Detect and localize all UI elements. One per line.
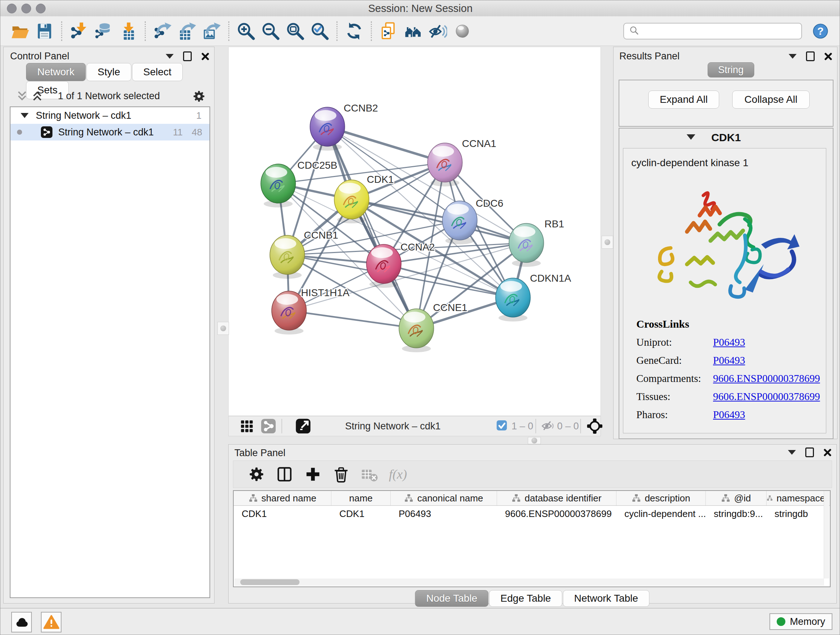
graphics-details-button[interactable] [258,416,279,437]
float-panel-icon[interactable] [788,450,796,455]
cytoscape-window: Session: New Session ? Control Panel Net… [0,0,840,635]
close-panel-icon[interactable] [824,52,832,60]
float-panel-icon[interactable] [789,54,797,59]
maximize-panel-icon[interactable] [805,448,814,457]
memory-button[interactable]: Memory [769,613,832,630]
splitter-handle[interactable] [218,322,229,335]
maximize-panel-icon[interactable] [806,51,815,61]
level-of-detail-button[interactable] [452,21,473,42]
scrollbar-thumb[interactable] [240,579,300,585]
crosslink-link[interactable]: 9606.ENSP00000378699 [713,391,820,402]
edge-CCNB2-CCNA1[interactable] [327,127,445,163]
maximize-panel-icon[interactable] [183,51,192,61]
open-session-button[interactable] [9,21,30,42]
node-HIST1H1A[interactable]: HIST1H1A [272,287,349,334]
export-image-button[interactable] [201,21,222,42]
splitter-handle[interactable] [528,437,541,444]
tab-select[interactable]: Select [132,63,183,81]
column-header-database-identifier[interactable]: database identifier [497,491,616,505]
crosslink-link[interactable]: P06493 [713,355,745,366]
node-RB1[interactable]: RB1 [509,218,564,267]
column-header--id[interactable]: @id [706,491,767,505]
expand-all-button[interactable]: Expand All [648,90,719,109]
cell-name[interactable]: CDK1 [332,508,391,519]
search-input-box[interactable] [623,23,802,40]
table-settings-button[interactable] [246,464,267,485]
function-builder-button[interactable]: f(x) [389,467,407,482]
help-button[interactable]: ? [810,21,831,42]
clear-table-button[interactable] [359,464,379,485]
crosslink-link[interactable]: P06493 [713,409,745,421]
string-network-graph[interactable]: CCNB2 CCNA1 CDC25B CDK1 CDC6 [229,47,600,416]
hide-graphics-details-button[interactable] [427,21,448,42]
close-panel-icon[interactable] [823,448,831,456]
tab-edge-table[interactable]: Edge Table [489,590,562,607]
import-network-from-database-button[interactable] [93,21,114,42]
zoom-fit-button[interactable] [285,21,306,42]
cloud-status-button[interactable] [11,612,32,632]
column-header-name[interactable]: name [332,491,391,505]
splitter-handle[interactable] [602,236,613,249]
network-options-gear-icon[interactable] [192,89,206,105]
table-vertical-scrollbar[interactable] [824,491,829,578]
hidden-eye-icon[interactable] [540,418,555,434]
export-table-button[interactable] [177,21,197,42]
copy-network-button[interactable] [378,21,399,42]
export-network-button[interactable] [152,21,173,42]
column-header-canonical-name[interactable]: canonical name [391,491,497,505]
fit-content-button[interactable] [584,416,605,437]
network-overview-button[interactable] [403,21,424,42]
tab-node-table[interactable]: Node Table [415,590,488,607]
network-collection-row[interactable]: String Network – cdk1 1 [11,107,210,124]
cell-canonical-name[interactable]: P06493 [391,508,497,519]
network-row[interactable]: String Network – cdk1 11 48 [11,124,210,141]
cell-shared-name[interactable]: CDK1 [234,508,332,519]
shared-column-icon [248,494,258,503]
node-section-header[interactable]: CDK1 [619,128,833,147]
cell-namespace[interactable]: stringdb [767,508,826,519]
warnings-button[interactable] [41,612,62,632]
open-in-browser-button[interactable] [293,416,314,437]
column-header-description[interactable]: description [616,491,706,505]
sphere-icon [453,22,472,41]
collapse-all-button[interactable]: Collapse All [732,90,810,109]
cell--id[interactable]: stringdb:9... [706,508,767,519]
delete-column-button[interactable] [331,464,351,485]
node-CDC6[interactable]: CDC6 [442,198,503,244]
zoom-out-button[interactable] [260,21,281,42]
import-table-from-file-button[interactable] [118,21,139,42]
crosslink-link[interactable]: 9606.ENSP00000378699 [713,372,820,385]
tab-network[interactable]: Network [26,63,86,81]
window-titlebar[interactable]: Session: New Session [0,0,840,17]
node-CCNB1[interactable]: CCNB1 [270,230,338,279]
column-header-namespace[interactable]: namespace [767,491,826,505]
close-panel-icon[interactable] [201,52,209,60]
apply-layout-button[interactable] [344,21,365,42]
tab-style[interactable]: Style [87,63,131,81]
split-panel-button[interactable] [275,464,295,485]
zoom-in-button[interactable] [235,21,256,42]
table-row[interactable]: CDK1CDK1P064939606.ENSP00000378699cyclin… [234,506,830,522]
network-canvas[interactable]: CCNB2 CCNA1 CDC25B CDK1 CDC6 [228,47,601,416]
edge-HIST1H1A-CCNE1[interactable] [289,310,416,328]
node-CCNE1[interactable]: CCNE1 [399,302,467,352]
table-horizontal-scrollbar[interactable] [234,578,824,586]
create-column-button[interactable] [303,464,323,485]
save-session-button[interactable] [34,21,55,42]
cell-description[interactable]: cyclin-dependent ... [616,508,706,519]
column-header-shared-name[interactable]: shared name [234,491,332,505]
node-CDKN1A[interactable]: CDKN1A [496,272,571,321]
zoom-selected-button[interactable] [309,21,330,42]
collection-expander-icon[interactable] [21,113,28,118]
crosslink-link[interactable]: P06493 [713,336,745,348]
cell-database-identifier[interactable]: 9606.ENSP00000378699 [497,508,616,519]
node-table[interactable]: shared namenamecanonical namedatabase id… [233,490,831,587]
tab-string[interactable]: String [707,62,754,78]
import-network-from-file-button[interactable] [68,21,89,42]
selected-checkbox-icon[interactable] [496,420,507,432]
float-panel-icon[interactable] [166,54,174,59]
search-input[interactable] [639,25,796,37]
birds-eye-view-button[interactable] [236,416,257,437]
tab-network-table[interactable]: Network Table [563,590,649,607]
node-CCNB2[interactable]: CCNB2 [310,103,378,150]
